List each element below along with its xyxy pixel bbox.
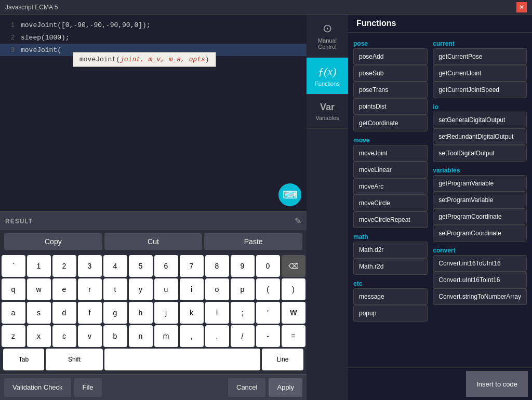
fn-moveCircle[interactable]: moveCircle (353, 195, 428, 211)
key-row-1: ` 1 2 3 4 5 6 7 8 9 0 ⌫ (3, 255, 303, 277)
key-3[interactable]: 3 (78, 255, 102, 277)
fn-message[interactable]: message (353, 288, 428, 305)
key-4[interactable]: 4 (103, 255, 127, 277)
insert-to-code-button[interactable]: Insert to code (466, 371, 528, 397)
key-j[interactable]: j (154, 302, 178, 324)
fn-convert-uInt16ToInt16[interactable]: Convert.uInt16ToInt16 (433, 272, 527, 288)
key-6[interactable]: 6 (154, 255, 178, 277)
key-h[interactable]: h (129, 302, 153, 324)
key-equals[interactable]: = (282, 325, 305, 347)
fn-math-d2r[interactable]: Math.d2r (353, 242, 428, 258)
fn-poseAdd[interactable]: poseAdd (353, 48, 428, 65)
key-won[interactable]: ₩ (282, 302, 305, 324)
key-k[interactable]: k (180, 302, 204, 324)
key-u[interactable]: u (154, 278, 178, 300)
key-5[interactable]: 5 (129, 255, 153, 277)
fn-moveCircleRepeat[interactable]: moveCircleRepeat (353, 211, 428, 228)
key-open-paren[interactable]: ( (256, 278, 280, 300)
fn-poseSub[interactable]: poseSub (353, 65, 428, 82)
key-y[interactable]: y (129, 278, 153, 300)
key-7[interactable]: 7 (180, 255, 204, 277)
fn-section-label-variables: variables (433, 167, 527, 174)
fn-math-r2d[interactable]: Math.r2d (353, 258, 428, 275)
key-x[interactable]: x (27, 325, 51, 347)
paste-button[interactable]: Paste (204, 233, 302, 250)
keyboard-toggle-button[interactable]: ⌨ (278, 183, 301, 206)
key-s[interactable]: s (27, 302, 51, 324)
fn-setGeneralDigitalOutput[interactable]: setGeneralDigitalOutput (433, 112, 527, 128)
fn-moveLinear[interactable]: moveLinear (353, 162, 428, 178)
key-row-3: a s d f g h j k l ; ' ₩ (3, 302, 303, 324)
key-a[interactable]: a (2, 302, 25, 324)
backspace-key[interactable]: ⌫ (282, 255, 305, 277)
key-e[interactable]: e (52, 278, 76, 300)
key-q[interactable]: q (2, 278, 25, 300)
line-key[interactable]: Line (262, 349, 303, 370)
fn-getCoordinate[interactable]: getCoordinate (353, 115, 428, 131)
code-editor[interactable]: 1 moveJoint([0,-90,-90,-90,90,0]); 2 sle… (0, 15, 307, 211)
key-v[interactable]: v (78, 325, 102, 347)
key-close-paren[interactable]: ) (282, 278, 305, 300)
nav-item-variables[interactable]: Var Variables (307, 95, 348, 129)
key-n[interactable]: n (129, 325, 153, 347)
cancel-button[interactable]: Cancel (228, 378, 265, 397)
key-f[interactable]: f (78, 302, 102, 324)
validation-check-button[interactable]: Validation Check (4, 378, 71, 397)
fn-setProgramCoordinate[interactable]: setProgramCoordinate (433, 225, 527, 242)
key-8[interactable]: 8 (205, 255, 229, 277)
key-m[interactable]: m (154, 325, 178, 347)
key-r[interactable]: r (78, 278, 102, 300)
key-t[interactable]: t (103, 278, 127, 300)
fn-popup[interactable]: popup (353, 305, 428, 322)
key-9[interactable]: 9 (231, 255, 255, 277)
fn-convert-int16ToUInt16[interactable]: Convert.int16ToUInt16 (433, 255, 527, 272)
key-2[interactable]: 2 (52, 255, 76, 277)
tab-key[interactable]: Tab (3, 349, 44, 370)
file-button[interactable]: File (74, 378, 102, 397)
nav-item-functions[interactable]: ƒ(x) Functions (307, 58, 348, 95)
apply-button[interactable]: Apply (269, 378, 302, 397)
key-semicolon[interactable]: ; (231, 302, 255, 324)
fn-moveArc[interactable]: moveArc (353, 178, 428, 195)
fn-setRedundantDigitalOutput[interactable]: setRedundantDigitalOutput (433, 128, 527, 145)
key-o[interactable]: o (205, 278, 229, 300)
shift-key[interactable]: Shift (46, 349, 103, 370)
key-l[interactable]: l (205, 302, 229, 324)
copy-button[interactable]: Copy (4, 233, 102, 250)
fn-moveJoint[interactable]: moveJoint (353, 145, 428, 162)
key-quote[interactable]: ' (256, 302, 280, 324)
fn-poseTrans[interactable]: poseTrans (353, 82, 428, 98)
key-p[interactable]: p (231, 278, 255, 300)
key-z[interactable]: z (2, 325, 25, 347)
key-period[interactable]: . (205, 325, 229, 347)
key-0[interactable]: 0 (256, 255, 280, 277)
fn-setProgramVariable[interactable]: setProgramVariable (433, 192, 527, 208)
key-b[interactable]: b (103, 325, 127, 347)
nav-item-manual-control[interactable]: ⊙ Manual Control (307, 15, 348, 58)
fn-getProgramVariable[interactable]: getProgramVariable (433, 175, 527, 192)
space-key[interactable] (104, 349, 260, 370)
cut-button[interactable]: Cut (104, 233, 203, 250)
key-c[interactable]: c (52, 325, 76, 347)
key-minus[interactable]: - (256, 325, 280, 347)
key-1[interactable]: 1 (27, 255, 51, 277)
fn-setToolDigitalOutput[interactable]: setToolDigitalOutput (433, 145, 527, 162)
key-comma[interactable]: , (180, 325, 204, 347)
fn-getCurrentJointSpeed[interactable]: getCurrentJointSpeed (433, 82, 527, 98)
fn-getCurrentPose[interactable]: getCurrentPose (433, 48, 527, 65)
autocomplete-popup[interactable]: moveJoint(joint, m_v, m_a, opts) (73, 52, 216, 67)
key-w[interactable]: w (27, 278, 51, 300)
fn-getCurrentJoint[interactable]: getCurrentJoint (433, 65, 527, 82)
left-panel: 1 moveJoint([0,-90,-90,-90,90,0]); 2 sle… (0, 15, 307, 400)
main-layout: 1 moveJoint([0,-90,-90,-90,90,0]); 2 sle… (0, 15, 532, 400)
close-button[interactable]: ✕ (516, 2, 527, 12)
fn-pointsDist[interactable]: pointsDist (353, 98, 428, 115)
fn-convert-stringToNumberArray[interactable]: Convert.stringToNumberArray (433, 288, 527, 305)
key-i[interactable]: i (180, 278, 204, 300)
key-g[interactable]: g (103, 302, 127, 324)
key-backtick[interactable]: ` (2, 255, 25, 277)
key-slash[interactable]: / (231, 325, 255, 347)
fn-getProgramCoordinate[interactable]: getProgramCoordinate (433, 208, 527, 225)
line-number-1: 1 (4, 21, 15, 29)
key-d[interactable]: d (52, 302, 76, 324)
